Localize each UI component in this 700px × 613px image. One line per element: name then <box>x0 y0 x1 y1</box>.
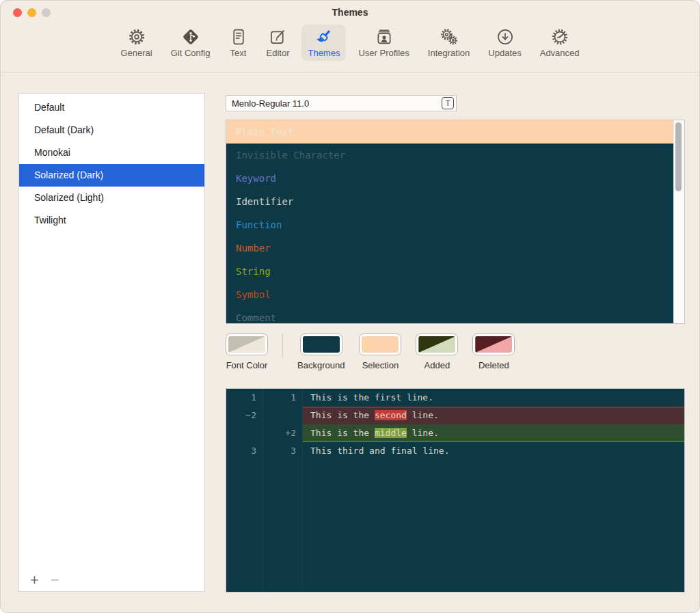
color-well-label: Background <box>297 360 345 370</box>
color-well-fill <box>418 336 455 353</box>
diff-row-1-normal: 11This is the first line. <box>226 389 684 407</box>
preview-row-invisible-character[interactable]: Invisible Character <box>226 144 684 167</box>
diff-text: This is the first line. <box>310 392 433 403</box>
diff-code-line: This is the middle line. <box>302 424 684 442</box>
color-well-label: Added <box>425 360 450 370</box>
color-well-label: Selection <box>362 360 399 370</box>
sidebar-item-twilight[interactable]: Twilight <box>19 209 204 232</box>
window-title: Themes <box>0 0 700 25</box>
selection-swatch: Selection <box>359 333 401 370</box>
sidebar-item-solarized-light[interactable]: Solarized (Light) <box>19 187 204 209</box>
font-color-color-well[interactable] <box>226 333 268 355</box>
diff-code-line: This third and final line. <box>302 442 684 460</box>
user-card-icon <box>375 27 394 46</box>
minimize-button[interactable] <box>27 8 36 17</box>
diff-gutter-separator <box>302 389 303 592</box>
advanced-gear-icon <box>550 27 569 46</box>
diff-preview: 11This is the first line.−2This is the s… <box>226 388 685 592</box>
diff-new-line-number: 3 <box>262 442 302 460</box>
theme-list-footer: + − <box>30 573 59 587</box>
preview-row-keyword[interactable]: Keyword <box>226 167 684 190</box>
sidebar-item-default-dark[interactable]: Default (Dark) <box>19 119 204 141</box>
color-well-label: Deleted <box>479 360 509 370</box>
sidebar-item-solarized-dark[interactable]: Solarized (Dark) <box>19 164 204 187</box>
toolbar-item-integration[interactable]: Integration <box>422 25 476 61</box>
font-picker-button[interactable]: T <box>442 97 454 109</box>
diff-old-line-number: 1 <box>226 389 262 407</box>
diff-rows: 11This is the first line.−2This is the s… <box>226 389 684 460</box>
gear-icon <box>127 27 146 46</box>
diff-new-line-number: 1 <box>262 389 302 407</box>
preview-scrollbar-thumb[interactable] <box>675 122 682 191</box>
font-color-swatch: Font Color <box>226 333 268 370</box>
toolbar-item-label: Editor <box>267 48 290 58</box>
color-well-fill <box>228 336 265 353</box>
download-circle-icon <box>496 27 515 46</box>
toolbar-item-label: Git Config <box>171 48 211 58</box>
diff-word-highlight: middle <box>375 428 407 438</box>
toolbar-item-advanced[interactable]: Advanced <box>534 25 586 61</box>
sidebar-item-default[interactable]: Default <box>19 96 204 119</box>
editor-pencil-icon <box>268 27 287 46</box>
toolbar-item-updates[interactable]: Updates <box>482 25 527 61</box>
toolbar-separator <box>0 72 700 72</box>
selection-color-well[interactable] <box>359 333 401 355</box>
toolbar-item-label: Integration <box>428 48 470 58</box>
preview-row-identifier[interactable]: Identifier <box>226 190 684 213</box>
traffic-lights <box>13 8 51 17</box>
diff-old-line-number <box>226 424 262 442</box>
preview-row-symbol[interactable]: Symbol <box>226 283 684 306</box>
color-wells-row: Font ColorBackgroundSelectionAddedDelete… <box>226 333 529 370</box>
gears-icon <box>440 27 459 46</box>
color-well-fill <box>475 336 512 353</box>
font-field[interactable]: Menlo-Regular 11.0 T <box>226 95 457 111</box>
preview-row-plain-text[interactable]: Plain Text <box>226 120 684 144</box>
preview-scrollbar[interactable] <box>673 120 684 323</box>
close-button[interactable] <box>13 8 22 17</box>
diff-text: line. <box>407 428 439 438</box>
diff-word-highlight: second <box>375 410 407 420</box>
theme-list: DefaultDefault (Dark)MonokaiSolarized (D… <box>19 94 204 232</box>
syntax-color-rows: Plain TextInvisible CharacterKeywordIden… <box>226 120 684 324</box>
added-color-well[interactable] <box>416 333 458 355</box>
diff-text: This is the <box>310 428 375 438</box>
diff-row-2-deleted: −2This is the second line. <box>226 407 684 424</box>
toolbar-item-general[interactable]: General <box>114 25 158 61</box>
toolbar-item-user-profiles[interactable]: User Profiles <box>352 25 415 61</box>
add-theme-button[interactable]: + <box>30 573 39 587</box>
diff-old-line-number: 3 <box>226 442 262 460</box>
preview-row-number[interactable]: Number <box>226 236 684 260</box>
toolbar-item-label: User Profiles <box>358 48 409 58</box>
color-well-fill <box>303 336 340 353</box>
zoom-disabled-button[interactable] <box>42 8 51 17</box>
sidebar-item-monokai[interactable]: Monokai <box>19 141 204 164</box>
remove-theme-button[interactable]: − <box>51 573 59 587</box>
diff-text: This is the <box>310 410 375 420</box>
toolbar-item-themes[interactable]: Themes <box>301 25 346 61</box>
toolbar-item-label: Updates <box>488 48 521 58</box>
diff-text: line. <box>407 410 439 420</box>
diff-old-line-number: −2 <box>226 407 262 424</box>
git-icon <box>181 27 200 46</box>
toolbar-item-label: Advanced <box>540 48 580 58</box>
preview-row-function[interactable]: Function <box>226 213 684 236</box>
diff-new-line-number <box>262 407 302 424</box>
background-color-well[interactable] <box>300 333 342 355</box>
preview-row-comment[interactable]: Comment <box>226 306 684 324</box>
diff-gutter-separator <box>262 389 263 592</box>
syntax-color-preview: Plain TextInvisible CharacterKeywordIden… <box>226 120 685 324</box>
color-well-label: Font Color <box>226 360 268 370</box>
deleted-color-well[interactable] <box>472 333 515 355</box>
toolbar: GeneralGit ConfigTextEditorThemesUser Pr… <box>0 25 700 70</box>
preferences-window: Themes GeneralGit ConfigTextEditorThemes… <box>0 0 700 613</box>
toolbar-item-text[interactable]: Text <box>223 25 254 61</box>
added-swatch: Added <box>416 333 458 370</box>
diff-code-line: This is the second line. <box>302 407 684 424</box>
color-well-fill <box>362 336 399 353</box>
diff-row-3-added: +2This is the middle line. <box>226 424 684 442</box>
diff-text: This third and final line. <box>310 446 450 456</box>
preview-row-string[interactable]: String <box>226 260 684 283</box>
titlebar: Themes <box>0 0 700 26</box>
toolbar-item-editor[interactable]: Editor <box>260 25 296 61</box>
toolbar-item-git-config[interactable]: Git Config <box>165 25 217 61</box>
